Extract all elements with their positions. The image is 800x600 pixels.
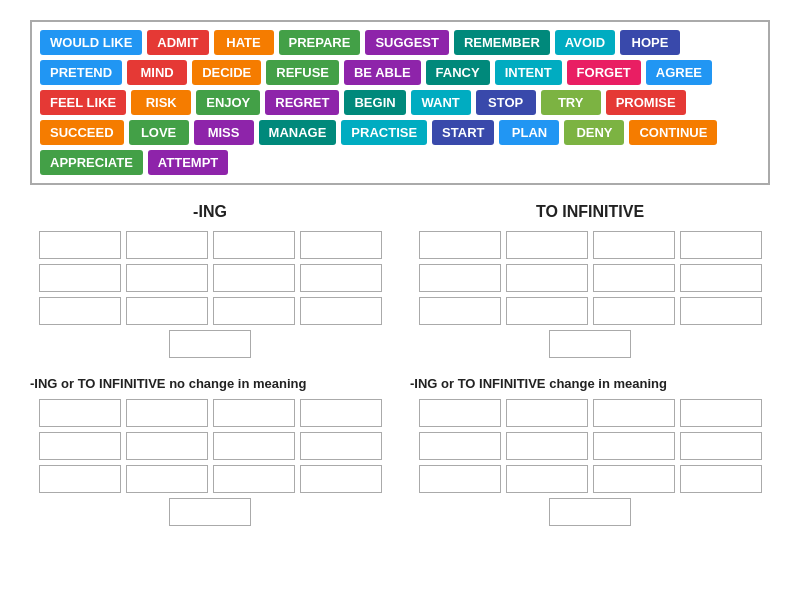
drop-box[interactable]	[300, 231, 382, 259]
word-tile[interactable]: REGRET	[265, 90, 339, 115]
word-tile[interactable]: MANAGE	[259, 120, 337, 145]
word-tile[interactable]: HATE	[214, 30, 274, 55]
word-tile[interactable]: PROMISE	[606, 90, 686, 115]
no-change-section: -ING or TO INFINITIVE no change in meani…	[30, 376, 390, 526]
drop-box[interactable]	[593, 465, 675, 493]
drop-box[interactable]	[300, 465, 382, 493]
word-tile[interactable]: REFUSE	[266, 60, 339, 85]
tiles-area: WOULD LIKEADMITHATEPREPARESUGGESTREMEMBE…	[30, 20, 770, 185]
drop-box[interactable]	[419, 264, 501, 292]
drop-box[interactable]	[213, 465, 295, 493]
drop-box[interactable]	[213, 297, 295, 325]
word-tile[interactable]: STOP	[476, 90, 536, 115]
drop-box[interactable]	[126, 465, 208, 493]
word-tile[interactable]: CONTINUE	[629, 120, 717, 145]
drop-box[interactable]	[593, 432, 675, 460]
drop-box[interactable]	[39, 465, 121, 493]
drop-box[interactable]	[593, 399, 675, 427]
change-title: -ING or TO INFINITIVE change in meaning	[410, 376, 770, 391]
drop-box[interactable]	[300, 399, 382, 427]
drop-box[interactable]	[593, 264, 675, 292]
word-tile[interactable]: PRETEND	[40, 60, 122, 85]
word-tile[interactable]: PREPARE	[279, 30, 361, 55]
to-inf-drop-grid	[410, 231, 770, 358]
word-tile[interactable]: TRY	[541, 90, 601, 115]
word-tile[interactable]: AGREE	[646, 60, 712, 85]
word-tile[interactable]: APPRECIATE	[40, 150, 143, 175]
word-tile[interactable]: INTENT	[495, 60, 562, 85]
drop-box[interactable]	[506, 231, 588, 259]
word-tile[interactable]: PLAN	[499, 120, 559, 145]
drop-box[interactable]	[39, 297, 121, 325]
drop-box[interactable]	[506, 465, 588, 493]
drop-box[interactable]	[213, 231, 295, 259]
word-tile[interactable]: ATTEMPT	[148, 150, 228, 175]
word-tile[interactable]: FANCY	[426, 60, 490, 85]
drop-box[interactable]	[126, 432, 208, 460]
drop-box[interactable]	[506, 399, 588, 427]
drop-box[interactable]	[680, 231, 762, 259]
drop-box[interactable]	[680, 432, 762, 460]
drop-box[interactable]	[506, 264, 588, 292]
word-tile[interactable]: LOVE	[129, 120, 189, 145]
word-tile[interactable]: FEEL LIKE	[40, 90, 126, 115]
drop-box[interactable]	[680, 297, 762, 325]
word-tile[interactable]: MIND	[127, 60, 187, 85]
drop-box[interactable]	[506, 432, 588, 460]
word-tile[interactable]: ENJOY	[196, 90, 260, 115]
change-section: -ING or TO INFINITIVE change in meaning	[410, 376, 770, 526]
word-tile[interactable]: SUGGEST	[365, 30, 449, 55]
word-tile[interactable]: WANT	[411, 90, 471, 115]
word-tile[interactable]: AVOID	[555, 30, 615, 55]
drop-box[interactable]	[126, 231, 208, 259]
drop-box[interactable]	[126, 297, 208, 325]
drop-box[interactable]	[593, 297, 675, 325]
drop-box[interactable]	[213, 432, 295, 460]
drop-box[interactable]	[39, 432, 121, 460]
drop-box[interactable]	[506, 297, 588, 325]
word-tile[interactable]: PRACTISE	[341, 120, 427, 145]
drop-box[interactable]	[419, 231, 501, 259]
drop-box[interactable]	[549, 330, 631, 358]
ing-title: -ING	[30, 203, 390, 221]
word-tile[interactable]: START	[432, 120, 494, 145]
drop-box[interactable]	[39, 264, 121, 292]
drop-box[interactable]	[300, 432, 382, 460]
drop-box[interactable]	[126, 399, 208, 427]
drop-box[interactable]	[680, 465, 762, 493]
drop-box[interactable]	[213, 399, 295, 427]
drop-box[interactable]	[300, 264, 382, 292]
drop-box[interactable]	[549, 498, 631, 526]
drop-box[interactable]	[39, 231, 121, 259]
drop-box[interactable]	[680, 264, 762, 292]
word-tile[interactable]: FORGET	[567, 60, 641, 85]
word-tile[interactable]: MISS	[194, 120, 254, 145]
drop-box[interactable]	[593, 231, 675, 259]
word-tile[interactable]: ADMIT	[147, 30, 208, 55]
no-change-title: -ING or TO INFINITIVE no change in meani…	[30, 376, 390, 391]
drop-box[interactable]	[680, 399, 762, 427]
drop-box[interactable]	[169, 498, 251, 526]
word-tile[interactable]: SUCCEED	[40, 120, 124, 145]
drop-box[interactable]	[39, 399, 121, 427]
drop-box[interactable]	[300, 297, 382, 325]
drop-box[interactable]	[419, 399, 501, 427]
no-change-drop-grid	[30, 399, 390, 526]
word-tile[interactable]: RISK	[131, 90, 191, 115]
word-tile[interactable]: HOPE	[620, 30, 680, 55]
word-tile[interactable]: DECIDE	[192, 60, 261, 85]
to-inf-title: TO INFINITIVE	[410, 203, 770, 221]
drop-box[interactable]	[213, 264, 295, 292]
drop-box[interactable]	[169, 330, 251, 358]
drop-box[interactable]	[126, 264, 208, 292]
drop-box[interactable]	[419, 432, 501, 460]
word-tile[interactable]: REMEMBER	[454, 30, 550, 55]
change-drop-grid	[410, 399, 770, 526]
word-tile[interactable]: WOULD LIKE	[40, 30, 142, 55]
word-tile[interactable]: DENY	[564, 120, 624, 145]
word-tile[interactable]: BE ABLE	[344, 60, 421, 85]
drop-box[interactable]	[419, 297, 501, 325]
drop-box[interactable]	[419, 465, 501, 493]
word-tile[interactable]: BEGIN	[344, 90, 405, 115]
to-infinitive-section: TO INFINITIVE	[410, 203, 770, 358]
